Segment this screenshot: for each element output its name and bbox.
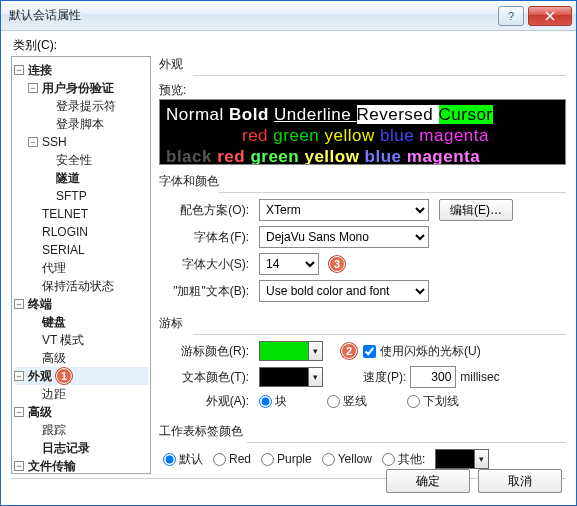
cursor-vert-radio[interactable]: 竖线 bbox=[327, 393, 367, 410]
speed-unit: millisec bbox=[460, 370, 499, 384]
cancel-button[interactable]: 取消 bbox=[478, 469, 562, 493]
speed-label: 速度(P): bbox=[363, 369, 406, 386]
category-label: 类别(C): bbox=[13, 37, 566, 54]
help-button[interactable]: ? bbox=[498, 6, 524, 26]
badge-2: 2 bbox=[341, 343, 357, 359]
tree-trace[interactable]: 跟踪 bbox=[42, 421, 66, 439]
dialog-window: 默认会话属性 ? 类别(C): −连接 −用户身份验证 登录提示符 登录脚本 −… bbox=[0, 0, 577, 506]
window-title: 默认会话属性 bbox=[9, 7, 81, 24]
cursor-under-radio[interactable]: 下划线 bbox=[407, 393, 459, 410]
tree-advanced[interactable]: 高级 bbox=[28, 403, 52, 421]
tree-sftp[interactable]: SFTP bbox=[56, 187, 87, 205]
tab-other-swatch[interactable]: ▾ bbox=[435, 449, 489, 469]
tab-yellow-radio[interactable]: Yellow bbox=[322, 452, 372, 466]
font-colors-title: 字体和颜色 bbox=[159, 173, 566, 190]
tree-keepalive[interactable]: 保持活动状态 bbox=[42, 277, 114, 295]
boldtext-label: "加粗"文本(B): bbox=[159, 283, 259, 300]
category-tree[interactable]: −连接 −用户身份验证 登录提示符 登录脚本 −SSH 安全性 隧道 SFTP … bbox=[11, 56, 151, 474]
section-header: 外观 bbox=[159, 56, 566, 73]
tree-margin[interactable]: 边距 bbox=[42, 385, 66, 403]
close-icon bbox=[545, 11, 555, 21]
scheme-select[interactable]: XTerm bbox=[259, 199, 429, 221]
titlebar: 默认会话属性 ? bbox=[1, 1, 576, 31]
boldtext-select[interactable]: Use bold color and font bbox=[259, 280, 429, 302]
preview-label: 预览: bbox=[159, 82, 566, 99]
fontsize-select[interactable]: 14 bbox=[259, 253, 319, 275]
look-label: 外观(A): bbox=[159, 393, 259, 410]
preview-box: Normal Bold Underline Reversed Cursor re… bbox=[159, 99, 566, 165]
cursorcolor-label: 游标颜色(R): bbox=[159, 343, 259, 360]
tree-loginprompt[interactable]: 登录提示符 bbox=[56, 97, 116, 115]
fontname-select[interactable]: DejaVu Sans Mono bbox=[259, 226, 429, 248]
tree-loginscript[interactable]: 登录脚本 bbox=[56, 115, 104, 133]
tree-appearance[interactable]: 外观 bbox=[28, 367, 52, 385]
tree-log[interactable]: 日志记录 bbox=[42, 439, 90, 457]
cursor-title: 游标 bbox=[159, 315, 566, 332]
tree-connection[interactable]: 连接 bbox=[28, 61, 52, 79]
tree-telnet[interactable]: TELNET bbox=[42, 205, 88, 223]
tabcolor-title: 工作表标签颜色 bbox=[159, 423, 566, 440]
fontname-label: 字体名(F): bbox=[159, 229, 259, 246]
tree-filetransfer[interactable]: 文件传输 bbox=[28, 457, 76, 474]
speed-input[interactable] bbox=[410, 366, 456, 388]
tree-term-advanced[interactable]: 高级 bbox=[42, 349, 66, 367]
tree-tunnel[interactable]: 隧道 bbox=[56, 169, 80, 187]
badge-1: 1 bbox=[56, 368, 72, 384]
blink-label: 使用闪烁的光标(U) bbox=[380, 343, 481, 360]
tree-proxy[interactable]: 代理 bbox=[42, 259, 66, 277]
badge-3: 3 bbox=[329, 256, 345, 272]
tree-terminal[interactable]: 终端 bbox=[28, 295, 52, 313]
tree-security[interactable]: 安全性 bbox=[56, 151, 92, 169]
blink-checkbox[interactable] bbox=[363, 345, 376, 358]
tab-other-radio[interactable]: 其他: bbox=[382, 451, 425, 468]
tree-ssh[interactable]: SSH bbox=[42, 133, 67, 151]
ok-button[interactable]: 确定 bbox=[386, 469, 470, 493]
text-color-swatch[interactable]: ▾ bbox=[259, 367, 323, 387]
tree-keyboard[interactable]: 键盘 bbox=[42, 313, 66, 331]
tree-rlogin[interactable]: RLOGIN bbox=[42, 223, 88, 241]
scheme-label: 配色方案(O): bbox=[159, 202, 259, 219]
tab-purple-radio[interactable]: Purple bbox=[261, 452, 312, 466]
tab-red-radio[interactable]: Red bbox=[213, 452, 251, 466]
cursor-block-radio[interactable]: 块 bbox=[259, 393, 287, 410]
edit-button[interactable]: 编辑(E)… bbox=[439, 199, 513, 221]
tree-serial[interactable]: SERIAL bbox=[42, 241, 85, 259]
close-button[interactable] bbox=[528, 6, 572, 26]
tree-vtmode[interactable]: VT 模式 bbox=[42, 331, 84, 349]
cursor-color-swatch[interactable]: ▾ bbox=[259, 341, 323, 361]
tree-auth[interactable]: 用户身份验证 bbox=[42, 79, 114, 97]
fontsize-label: 字体大小(S): bbox=[159, 256, 259, 273]
tab-default-radio[interactable]: 默认 bbox=[163, 451, 203, 468]
textcolor-label: 文本颜色(T): bbox=[159, 369, 259, 386]
